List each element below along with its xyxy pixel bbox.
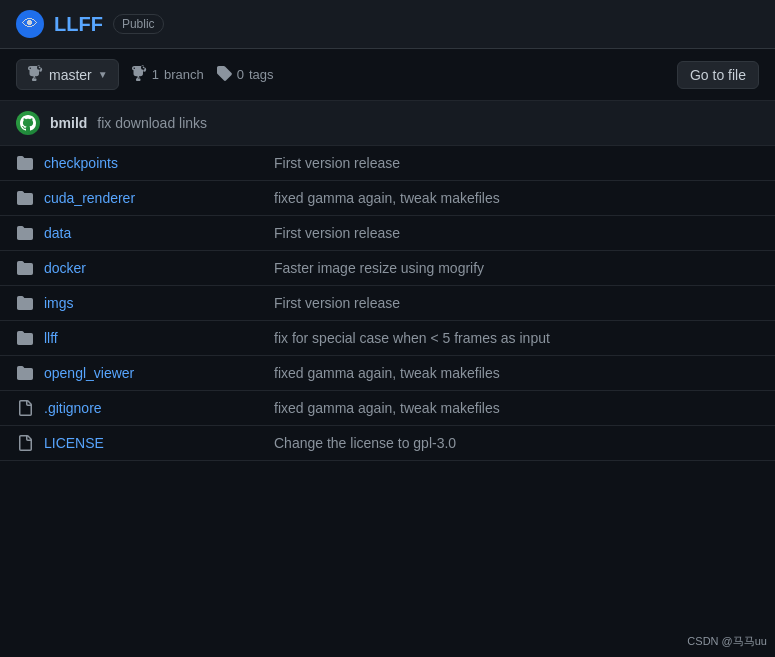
folder-icon (16, 259, 34, 277)
branch-label: branch (164, 67, 204, 82)
file-commit-message: fix for special case when < 5 frames as … (274, 330, 759, 346)
file-name[interactable]: LICENSE (44, 435, 264, 451)
folder-icon (16, 224, 34, 242)
file-name[interactable]: cuda_renderer (44, 190, 264, 206)
file-row[interactable]: imgsFirst version release (0, 286, 775, 321)
file-commit-message: fixed gamma again, tweak makefiles (274, 400, 759, 416)
file-commit-message: First version release (274, 155, 759, 171)
folder-icon (16, 294, 34, 312)
branch-selector[interactable]: master ▼ (16, 59, 119, 90)
file-row[interactable]: checkpointsFirst version release (0, 146, 775, 181)
file-name[interactable]: opengl_viewer (44, 365, 264, 381)
branch-icon (27, 65, 43, 84)
folder-icon (16, 189, 34, 207)
file-icon (16, 434, 34, 452)
tag-count-link[interactable]: 0 tags (216, 65, 274, 84)
branch-bar: master ▼ 1 branch 0 tags Go to file (0, 49, 775, 101)
file-row[interactable]: opengl_viewerfixed gamma again, tweak ma… (0, 356, 775, 391)
commit-author[interactable]: bmild (50, 115, 87, 131)
commit-row: bmild fix download links (0, 101, 775, 146)
file-commit-message: First version release (274, 295, 759, 311)
file-name[interactable]: llff (44, 330, 264, 346)
branch-count-icon (131, 65, 147, 84)
file-list: checkpointsFirst version release cuda_re… (0, 146, 775, 461)
chevron-down-icon: ▼ (98, 69, 108, 80)
watermark: CSDN @马马uu (687, 634, 767, 649)
branch-count-link[interactable]: 1 branch (131, 65, 204, 84)
tag-count: 0 (237, 67, 244, 82)
file-row[interactable]: cuda_rendererfixed gamma again, tweak ma… (0, 181, 775, 216)
file-name[interactable]: docker (44, 260, 264, 276)
file-icon (16, 399, 34, 417)
file-row[interactable]: LICENSEChange the license to gpl-3.0 (0, 426, 775, 461)
repo-logo-icon: 👁 (22, 15, 38, 33)
file-row[interactable]: llfffix for special case when < 5 frames… (0, 321, 775, 356)
tag-label: tags (249, 67, 274, 82)
file-name[interactable]: imgs (44, 295, 264, 311)
repo-visibility-badge: Public (113, 14, 164, 34)
file-row[interactable]: dockerFaster image resize using mogrify (0, 251, 775, 286)
file-row[interactable]: dataFirst version release (0, 216, 775, 251)
repo-name[interactable]: LLFF (54, 13, 103, 36)
file-commit-message: Faster image resize using mogrify (274, 260, 759, 276)
file-commit-message: fixed gamma again, tweak makefiles (274, 190, 759, 206)
file-commit-message: First version release (274, 225, 759, 241)
file-commit-message: Change the license to gpl-3.0 (274, 435, 759, 451)
file-commit-message: fixed gamma again, tweak makefiles (274, 365, 759, 381)
file-name[interactable]: .gitignore (44, 400, 264, 416)
folder-icon (16, 329, 34, 347)
tag-icon (216, 65, 232, 84)
file-name[interactable]: data (44, 225, 264, 241)
branch-count: 1 (152, 67, 159, 82)
file-row[interactable]: .gitignorefixed gamma again, tweak makef… (0, 391, 775, 426)
go-to-file-button[interactable]: Go to file (677, 61, 759, 89)
repo-header: 👁 LLFF Public (0, 0, 775, 49)
folder-icon (16, 154, 34, 172)
avatar (16, 111, 40, 135)
branch-name: master (49, 67, 92, 83)
folder-icon (16, 364, 34, 382)
repo-logo: 👁 (16, 10, 44, 38)
commit-message: fix download links (97, 115, 207, 131)
file-name[interactable]: checkpoints (44, 155, 264, 171)
